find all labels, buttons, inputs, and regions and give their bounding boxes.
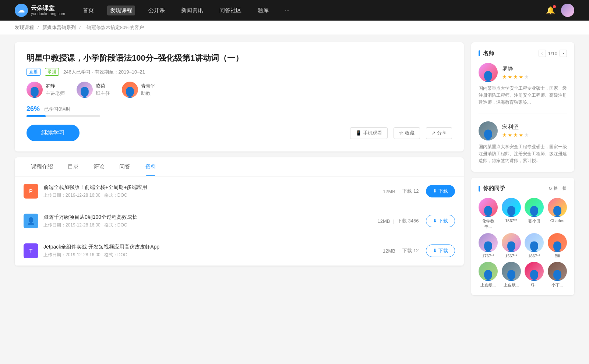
classmate-1[interactable]: 化学教书... [479, 198, 498, 229]
classmate-4[interactable]: Charles [548, 198, 567, 229]
teacher-1-role: 主讲老师 [46, 90, 65, 97]
nav-item-more[interactable]: ··· [282, 6, 293, 15]
file-meta-3: 上传日期：2019-12-28 16:00 格式：DOC [43, 252, 383, 258]
tab-contents[interactable]: 目录 [60, 157, 86, 176]
file-downloads-3: 下载 12 [402, 247, 419, 254]
tabs-content: P 前端全栈加强版！前端全栈+全周期+多端应用 上传日期：2019-12-28 … [15, 176, 464, 266]
classmate-3[interactable]: 张小田 [525, 198, 544, 229]
sidebar-teacher-1-meta: 罗静 ★ ★ ★ ★ ★ [502, 65, 529, 80]
classmate-12[interactable]: 小丁... [548, 262, 567, 288]
tab-intro[interactable]: 课程介绍 [24, 157, 60, 176]
sidebar-teacher-2-name: 宋利坚 [502, 124, 529, 131]
nav-menu: 首页 发现课程 公开课 新闻资讯 问答社区 题库 ··· [80, 6, 293, 15]
sidebar-teacher-1-stars: ★ ★ ★ ★ ★ [502, 74, 529, 80]
classmate-2-avatar [502, 198, 521, 217]
share-button[interactable]: ↗ 分享 [426, 127, 452, 139]
star-icon: ☆ [399, 130, 403, 136]
classmate-6[interactable]: 1567** [502, 233, 521, 258]
classmate-10[interactable]: 上皮纸... [502, 262, 521, 288]
course-meta: 直播 录播 246人已学习 · 有效期至：2019–10–21 [27, 68, 452, 76]
page-prev-btn[interactable]: ‹ [539, 50, 546, 57]
mobile-icon: 📱 [356, 130, 361, 136]
classmate-9[interactable]: 上皮纸... [479, 262, 498, 288]
progress-text: 已学习0课时 [44, 106, 71, 113]
refresh-button[interactable]: ↻ 换一换 [549, 185, 567, 192]
star3: ★ [513, 74, 518, 80]
sidebar-teacher-1-name: 罗静 [502, 65, 529, 72]
tabs-header: 课程介绍 目录 评论 问答 资料 [15, 157, 464, 176]
share-icon: ↗ [431, 130, 435, 136]
sidebar-teacher-1-desc: 国内某重点大学安全工程专业硕士，国家一级注册消防工程师、注册安全工程师、高级注册… [479, 85, 567, 106]
file-info-1: 前端全栈加强版！前端全栈+全周期+多端应用 上传日期：2019-12-28 16… [43, 184, 383, 199]
teacher-2-role: 班主任 [96, 90, 110, 97]
refresh-icon: ↻ [549, 186, 552, 191]
tab-materials[interactable]: 资料 [138, 157, 163, 176]
teachers-list: 罗静 主讲老师 凌荷 班主任 青青平 助教 [27, 82, 452, 98]
continue-button[interactable]: 继续学习 [27, 125, 80, 141]
classmate-4-avatar [548, 198, 567, 217]
sidebar-teacher-2-avatar [479, 121, 498, 140]
tab-qa[interactable]: 问答 [112, 157, 138, 176]
classmate-5[interactable]: 1767** [479, 233, 498, 258]
download-button-2[interactable]: ⬇ 下载 [426, 215, 455, 227]
classmate-11[interactable]: Q... [525, 262, 544, 288]
classmate-8-avatar [548, 233, 567, 252]
nav-item-home[interactable]: 首页 [80, 6, 97, 15]
page-next-btn[interactable]: › [560, 50, 567, 57]
file-name-1: 前端全栈加强版！前端全栈+全周期+多端应用 [43, 184, 383, 191]
teacher-3-role: 助教 [141, 90, 155, 97]
classmate-9-name: 上皮纸... [480, 282, 496, 288]
logo[interactable]: ☁ 云朵课堂 yundouketang.com [15, 4, 65, 17]
badge-live: 直播 [27, 68, 40, 76]
teacher-2-name: 凌荷 [96, 83, 110, 89]
classmate-3-name: 张小田 [528, 218, 540, 224]
sep-2: | [393, 218, 394, 224]
badge-record: 录播 [45, 68, 59, 76]
file-size-3: 12MB [383, 248, 395, 254]
teacher-1-avatar [27, 82, 43, 98]
file-item-1: P 前端全栈加强版！前端全栈+全周期+多端应用 上传日期：2019-12-28 … [15, 176, 464, 206]
file-meta-2: 上传日期：2019-12-28 16:00 格式：DOC [43, 222, 377, 228]
refresh-label: 换一换 [554, 185, 567, 192]
breadcrumb-sep1: / [38, 25, 40, 30]
breadcrumb-series[interactable]: 新媒体营销系列 [42, 25, 76, 30]
nav-item-qa[interactable]: 问答社区 [216, 6, 244, 15]
collect-button[interactable]: ☆ 收藏 [394, 127, 420, 139]
teacher-2: 凌荷 班主任 [77, 82, 110, 98]
mobile-watch-button[interactable]: 📱 手机观看 [350, 127, 388, 139]
classmate-2[interactable]: 1567** [502, 198, 521, 229]
nav-item-open[interactable]: 公开课 [145, 6, 168, 15]
classmate-11-name: Q... [531, 282, 537, 287]
tab-reviews[interactable]: 评论 [86, 157, 112, 176]
star1: ★ [502, 74, 507, 80]
classmate-11-avatar [525, 262, 544, 281]
breadcrumb-current: 销冠修炼术搞定80%的客户 [87, 25, 144, 30]
sidebar-teacher-2-header: 宋利坚 ★ ★ ★ ★ ★ [479, 121, 567, 140]
file-meta-1: 上传日期：2019-12-28 16:00 格式：DOC [43, 192, 383, 199]
sidebar-teacher-2-meta: 宋利坚 ★ ★ ★ ★ ★ [502, 124, 529, 138]
file-icon-1: P [24, 184, 38, 199]
classmate-12-name: 小丁... [551, 282, 563, 288]
progress-fill [27, 115, 46, 117]
file-info-2: 跟随千万级项目从0到100全过程高效成长 上传日期：2019-12-28 16:… [43, 214, 377, 228]
download-button-3[interactable]: ⬇ 下载 [426, 245, 455, 257]
breadcrumb-discover[interactable]: 发现课程 [15, 25, 34, 30]
nav-item-questions[interactable]: 题库 [255, 6, 272, 15]
classmate-7[interactable]: 1867** [525, 233, 544, 258]
sep-1: | [398, 189, 399, 194]
action-links: 📱 手机观看 ☆ 收藏 ↗ 分享 [350, 127, 452, 139]
nav-item-news[interactable]: 新闻资讯 [178, 6, 206, 15]
course-actions: 继续学习 📱 手机观看 ☆ 收藏 ↗ 分享 [27, 125, 452, 141]
classmates-title: 你的同学 [483, 185, 505, 192]
download-button-1[interactable]: ⬇ 下载 [426, 185, 455, 197]
classmate-1-name: 化学教书... [479, 218, 498, 229]
bell-icon[interactable]: 🔔 [546, 6, 555, 15]
teachers-title: 名师 [483, 50, 494, 57]
file-stats-3: 12MB | 下载 12 [383, 247, 419, 254]
star3: ★ [513, 132, 518, 138]
user-avatar[interactable] [561, 4, 574, 17]
teacher-1-name: 罗静 [46, 83, 65, 89]
classmate-8[interactable]: Bill [548, 233, 567, 258]
nav-item-discover[interactable]: 发现课程 [107, 6, 135, 15]
file-name-2: 跟随千万级项目从0到100全过程高效成长 [43, 214, 377, 221]
